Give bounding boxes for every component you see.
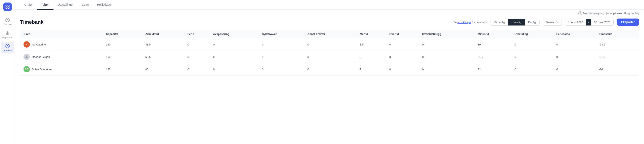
cell-utbetaling: 0 [512, 63, 554, 76]
cell-kapasitet: 160 [104, 51, 143, 63]
col-navn: Navn [20, 30, 104, 38]
cell-kapasitet: 160 [104, 38, 143, 51]
timebank-table: Navn Kapasitet Arbeidstid Ferie Avspaser… [20, 30, 639, 76]
period-btn-daglig[interactable]: Daglig [525, 19, 539, 26]
teams-dropdown[interactable]: Teams [543, 19, 562, 26]
col-overtid: Overtid [387, 30, 420, 38]
cell-name: SGSolan Gundersen [20, 63, 104, 76]
cell-annet_fravær: 0 [306, 63, 358, 76]
table-row: Reodor Felgen16068.5000000091.500-91.5 [20, 51, 639, 63]
time-circle-icon [5, 44, 10, 48]
employee-name: Reodor Felgen [32, 55, 50, 58]
cell-overtid: 0 [387, 63, 420, 76]
col-utbetaling: Utbetaling [512, 30, 554, 38]
avatar: IC [24, 41, 30, 48]
date-arrow[interactable]: › [586, 19, 591, 26]
tab-lonn[interactable]: Lønn [78, 0, 93, 10]
info-prefix: Mertidsberegning gjøres på [583, 12, 616, 15]
teams-dropdown-label: Teams [546, 21, 554, 24]
cell-feriesaldo: 0 [554, 38, 597, 51]
col-overtidstillegg: Overtidstillegg [420, 30, 476, 38]
cell-name: Reodor Felgen [20, 51, 104, 63]
cell-ferie: 0 [186, 38, 211, 51]
settings-link: Se innstillinger for timebank [453, 21, 487, 24]
chevron-down-icon [556, 21, 558, 24]
main-content: Grafer Tabell Utbetalinger Lønn Helligda… [15, 0, 644, 144]
export-button[interactable]: Eksporter [617, 19, 639, 26]
info-bold: ukentlig [617, 12, 628, 15]
cell-ferie: 0 [186, 63, 211, 76]
col-annet-fravær: Annet Fravær [306, 30, 358, 38]
cell-annet_fravær: 0 [306, 38, 358, 51]
settings-link-anchor[interactable]: innstillinger [458, 21, 471, 24]
sidebar-item-rapporter[interactable]: Rapporter [1, 29, 14, 40]
col-timesaldo: Timesaldo [597, 30, 639, 38]
cell-timesaldo: -78.5 [597, 38, 639, 51]
cell-avspasering: 0 [211, 63, 260, 76]
table-row: ICIvo Caprino16081.500001.5008000-78.5 [20, 38, 639, 51]
sidebar-item-label: Tidslinje [3, 23, 12, 26]
cell-ferie: 0 [186, 51, 211, 63]
sidebar-item-tidslinje[interactable]: Tidslinje [1, 16, 14, 27]
cell-overtid: 0 [387, 38, 420, 51]
svg-rect-0 [6, 5, 7, 6]
cell-kapasitet: 160 [104, 63, 143, 76]
col-sykefravær: Sykefravær [260, 30, 306, 38]
cell-arbeidstid: 81.5 [143, 38, 186, 51]
sidebar-item-timebank[interactable]: Timebank [1, 42, 14, 53]
cell-overtid: 0 [387, 51, 420, 63]
date-from[interactable]: 1. nov. 2020 [565, 19, 586, 26]
cell-annet_fravær: 0 [306, 51, 358, 63]
cell-sykefravær: 0 [260, 51, 306, 63]
avatar: SG [24, 66, 30, 73]
toolbar: Timebank Se innstillinger for timebank M… [20, 19, 639, 26]
col-mertid: Mertid [358, 30, 387, 38]
date-range: 1. nov. 2020 › 30. nov. 2020 [565, 19, 614, 26]
date-to[interactable]: 30. nov. 2020 [591, 19, 613, 26]
cell-minustid: 82 [476, 63, 512, 76]
period-btn-ukentlig[interactable]: Ukentlig [508, 19, 525, 26]
cell-sykefravær: 0 [260, 63, 306, 76]
cell-arbeidstid: 68.5 [143, 51, 186, 63]
clock-icon [5, 18, 10, 22]
period-btn-manedlig[interactable]: Månedlig [490, 19, 508, 26]
info-suffix: grunnlag [628, 12, 639, 15]
col-avspasering: Avspasering [211, 30, 260, 38]
svg-rect-1 [8, 5, 9, 6]
employee-name: Solan Gundersen [32, 68, 53, 71]
cell-overtidstillegg: 0 [420, 38, 476, 51]
cell-avspasering: 0 [211, 38, 260, 51]
help-icon[interactable]: ? [578, 11, 582, 15]
cell-arbeidstid: 80 [143, 63, 186, 76]
app-logo[interactable] [3, 3, 12, 11]
col-kapasitet: Kapasitet [104, 30, 143, 38]
col-arbeidstid: Arbeidstid [143, 30, 186, 38]
cell-minustid: 91.5 [476, 51, 512, 63]
employee-name: Ivo Caprino [32, 43, 46, 46]
col-ferie: Ferie [186, 30, 211, 38]
col-feriesaldo: Feriesaldo [554, 30, 597, 38]
tab-utbetalinger[interactable]: Utbetalinger [54, 0, 78, 10]
cell-avspasering: 0 [211, 51, 260, 63]
tab-tabell[interactable]: Tabell [37, 0, 54, 10]
cell-utbetaling: 0 [512, 38, 554, 51]
col-minustid: Minustid [476, 30, 512, 38]
cell-sykefravær: 0 [260, 38, 306, 51]
cell-mertid: 0 [358, 51, 387, 63]
cell-overtidstillegg: 0 [420, 63, 476, 76]
bar-chart-icon [5, 31, 10, 35]
table-header-row: Navn Kapasitet Arbeidstid Ferie Avspaser… [20, 30, 639, 38]
cell-minustid: 80 [476, 38, 512, 51]
tab-grafer[interactable]: Grafer [20, 0, 37, 10]
table-row: SGSolan Gundersen1608000002008200-80 [20, 63, 639, 76]
cell-timesaldo: -80 [597, 63, 639, 76]
cell-utbetaling: 0 [512, 51, 554, 63]
page-body: Timebank Se innstillinger for timebank M… [15, 15, 644, 144]
svg-rect-3 [8, 7, 9, 9]
sidebar-item-label: Rapporter [2, 36, 12, 39]
cell-timesaldo: -91.5 [597, 51, 639, 63]
cell-feriesaldo: 0 [554, 63, 597, 76]
info-bar: ? Mertidsberegning gjøres på ukentlig gr… [15, 10, 644, 15]
tab-helligdager[interactable]: Helligdager [93, 0, 116, 10]
svg-rect-2 [6, 7, 7, 9]
